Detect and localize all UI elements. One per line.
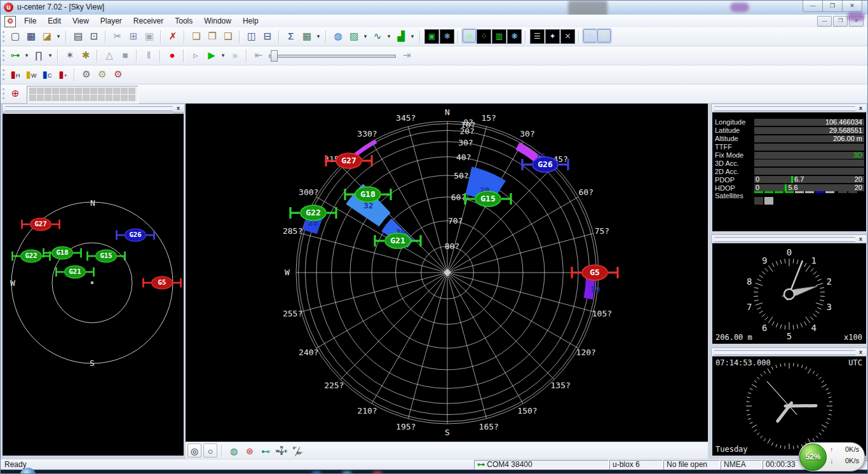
deviation-map-view-icon[interactable]: ⁘ xyxy=(477,29,491,44)
sky-red-globe-icon[interactable]: ⊛ xyxy=(243,444,257,457)
camera-view-icon[interactable]: ▣ xyxy=(424,29,439,44)
menu-help[interactable]: Help xyxy=(237,15,264,27)
compass-directions-icon[interactable]: N W E S ✛ xyxy=(275,444,288,457)
net-speed-widget[interactable]: 52% ↑ 0K/s ↓ 0K/s xyxy=(799,442,865,471)
sky-globe-view-icon[interactable]: ❋ xyxy=(440,29,454,44)
open-file-icon[interactable]: ◪ xyxy=(39,29,55,44)
menu-window[interactable]: Window xyxy=(198,15,237,27)
sky-view-icon[interactable]: ◉ xyxy=(463,29,476,43)
google-earth-icon[interactable]: ◍ xyxy=(330,29,346,44)
minimize-button[interactable]: — xyxy=(803,1,823,12)
map-view-icon[interactable]: ▨ xyxy=(346,29,362,44)
message-inspector-icon[interactable]: ⊕ xyxy=(8,86,23,101)
elevation-range-icon[interactable]: 0° 80° ╱ xyxy=(290,444,304,457)
dropdown-arrow-icon[interactable]: ▾ xyxy=(46,48,54,63)
dropdown-arrow-icon[interactable]: ▾ xyxy=(409,29,416,44)
close-button[interactable]: ✕ xyxy=(842,1,862,12)
docking-table-view-icon[interactable]: ☰ xyxy=(530,29,545,44)
dropdown-arrow-icon[interactable]: ▾ xyxy=(315,29,322,44)
clear-all-icon[interactable]: ✗ xyxy=(165,29,180,44)
info-panel-header[interactable]: x xyxy=(711,104,867,112)
paste-icon[interactable]: ▣ xyxy=(142,29,157,44)
warm-start-icon[interactable]: ▮W xyxy=(24,67,39,82)
autobaud-icon[interactable]: ✶ xyxy=(62,48,78,63)
baud-rate-icon[interactable]: ∏ xyxy=(31,48,46,63)
chart-view-icon[interactable]: ∿ xyxy=(370,29,385,44)
histogram-view-icon[interactable]: ▟ xyxy=(393,29,409,44)
menu-view[interactable]: View xyxy=(67,15,95,27)
record-icon[interactable]: ● xyxy=(165,48,180,63)
eject-icon[interactable]: △ xyxy=(102,48,117,63)
clock-header[interactable]: x xyxy=(711,348,867,356)
dropdown-arrow-icon[interactable]: ▾ xyxy=(362,29,369,44)
print-preview-icon[interactable]: ⊡ xyxy=(86,29,102,44)
new-text-view-icon[interactable]: ❑ xyxy=(220,29,236,44)
menu-receiver[interactable]: Receiver xyxy=(128,15,169,27)
menu-tools[interactable]: Tools xyxy=(169,15,198,27)
compass-view-icon[interactable]: ✦ xyxy=(545,29,560,44)
save-receiver-config-icon[interactable]: ⚙ xyxy=(79,67,94,82)
copy-icon[interactable]: ⊞ xyxy=(126,29,141,44)
play-icon[interactable]: ▶ xyxy=(204,48,219,63)
jump-to-end-icon[interactable]: ⇥ xyxy=(399,48,414,63)
mdi-restore-button[interactable]: ❐ xyxy=(833,16,848,27)
world-position-view-icon[interactable]: ❋ xyxy=(507,29,522,44)
load-receiver-config-icon[interactable]: ⚙ xyxy=(95,67,110,82)
menu-edit[interactable]: Edit xyxy=(42,15,67,27)
message-indicator xyxy=(67,95,74,101)
info-row-longitude: Longitude106.466034 xyxy=(712,118,866,126)
restore-button[interactable]: ❐ xyxy=(822,1,843,12)
clock-view-icon[interactable]: ◷ xyxy=(583,29,597,43)
close-icon[interactable]: x xyxy=(857,348,865,356)
jump-to-begin-icon[interactable]: ⇤ xyxy=(251,48,266,63)
altimeter-header[interactable]: x xyxy=(711,234,867,243)
step-forward-icon[interactable]: ▹ xyxy=(188,48,203,63)
dropdown-arrow-icon[interactable]: ▾ xyxy=(55,29,62,44)
taskbar-item[interactable] xyxy=(312,471,321,474)
mini-skyview-pane: NWSG27G26G22G18G15G21G5 xyxy=(3,114,184,456)
split-horizontal-icon[interactable]: ◫ xyxy=(244,29,259,44)
playback-position-slider[interactable] xyxy=(269,48,396,63)
cold-start-icon[interactable]: ▮C xyxy=(39,67,55,82)
windows-taskbar[interactable] xyxy=(1,470,868,474)
sky-colored-globe-icon[interactable]: ◍ xyxy=(227,444,241,457)
percent-badge[interactable]: 52% xyxy=(799,444,827,471)
svg-text:135?: 135? xyxy=(551,381,571,390)
cut-icon[interactable]: ✂ xyxy=(110,29,125,44)
new-binary-view-icon[interactable]: ❐ xyxy=(205,29,220,44)
sky-satellite-toggle-icon[interactable]: ⊷ xyxy=(259,444,273,457)
pause-icon[interactable]: ‖ xyxy=(141,48,156,63)
fast-forward-icon[interactable]: » xyxy=(227,48,243,63)
menu-file[interactable]: File xyxy=(18,15,42,27)
taskbar-item[interactable] xyxy=(342,471,351,474)
user-defined-start-icon[interactable]: ▮+ xyxy=(55,67,71,82)
print-icon[interactable]: ▤ xyxy=(71,29,86,44)
close-icon[interactable]: x xyxy=(857,235,865,243)
save-file-icon[interactable]: ▦ xyxy=(24,29,39,44)
new-file-icon[interactable]: ▢ xyxy=(8,29,23,44)
menu-player[interactable]: Player xyxy=(95,15,128,27)
dropdown-arrow-icon[interactable]: ▾ xyxy=(219,48,227,63)
sky-zoom-rings-icon[interactable]: ◎ xyxy=(187,444,201,457)
dropdown-arrow-icon[interactable]: ▾ xyxy=(23,48,31,63)
table-view-icon[interactable]: ▦ xyxy=(299,29,315,44)
close-icon[interactable]: x xyxy=(857,104,865,112)
stop-icon[interactable]: ■ xyxy=(118,48,133,63)
sky-outer-ring-icon[interactable]: ○ xyxy=(203,444,217,457)
statistic-view-icon[interactable]: Σ xyxy=(283,29,299,44)
mdi-minimize-button[interactable]: — xyxy=(817,16,832,27)
signal-histogram-view-icon[interactable]: ▥ xyxy=(492,29,506,44)
antenna-view-icon[interactable]: ✳ xyxy=(597,29,611,43)
debug-messages-icon[interactable]: ✱ xyxy=(78,48,93,63)
mini-skyview-header[interactable]: x xyxy=(2,104,185,112)
split-vertical-icon[interactable]: ⊟ xyxy=(260,29,275,44)
deviation-view-icon[interactable]: ✕ xyxy=(560,29,575,44)
close-icon[interactable]: x xyxy=(174,104,182,112)
connect-receiver-icon[interactable]: ⊶ xyxy=(8,48,23,63)
slider-thumb[interactable] xyxy=(271,50,278,62)
taskbar-item[interactable] xyxy=(373,471,382,474)
reset-receiver-config-icon[interactable]: ⚙ xyxy=(111,67,126,82)
hot-start-icon[interactable]: ▮H xyxy=(8,67,23,82)
new-message-view-icon[interactable]: ❏ xyxy=(189,29,204,44)
dropdown-arrow-icon[interactable]: ▾ xyxy=(385,29,393,44)
